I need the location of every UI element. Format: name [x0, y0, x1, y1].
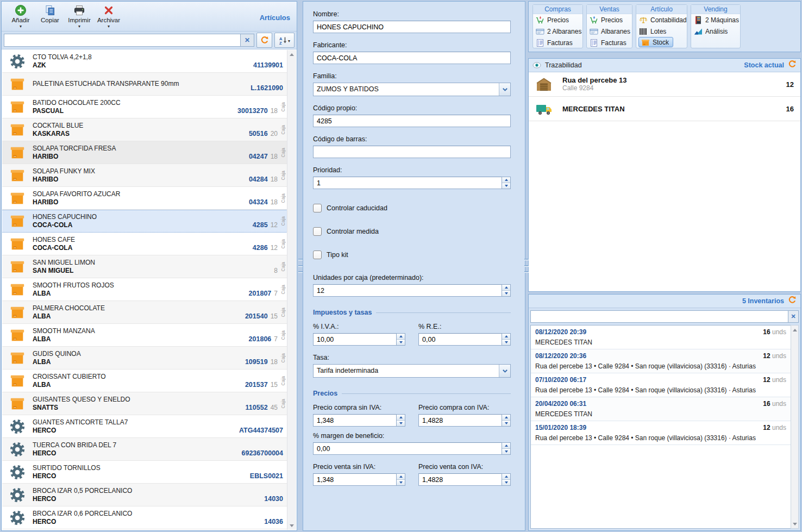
spin-up-button[interactable]	[502, 177, 510, 183]
nombre-field[interactable]	[313, 21, 511, 33]
articulo-lotes-button[interactable]: Lotes	[636, 26, 687, 37]
spin-up-button[interactable]	[397, 474, 405, 479]
stock-location-row[interactable]: MERCEDES TITAN 16	[529, 97, 800, 121]
precio-venta-sin-field[interactable]	[313, 473, 396, 486]
spin-up-button[interactable]	[502, 443, 510, 448]
precio-compra-con-field[interactable]	[418, 414, 502, 427]
spin-down-button[interactable]	[502, 420, 510, 426]
article-row[interactable]: GUISANTES QUESO Y ENELDO SNATTS 110552 4…	[2, 392, 287, 415]
articulo-contabilidad-button[interactable]: Contabilidad	[636, 14, 687, 26]
fabricante-field[interactable]	[313, 52, 511, 64]
checkbox-tipo-kit[interactable]: Tipo kit	[313, 251, 511, 259]
article-row[interactable]: BATIDO CHOCOLATE 200CC PASCUAL 30013270 …	[2, 96, 287, 118]
inventarios-title[interactable]: 5 Inventarios	[742, 297, 784, 305]
spin-down-button[interactable]	[502, 339, 510, 345]
codigo-propio-field[interactable]	[313, 115, 511, 127]
checkbox-controlar-caducidad[interactable]: Controlar caducidad	[313, 204, 511, 212]
archive-button[interactable]: Archivar ▾	[94, 4, 123, 28]
prioridad-field[interactable]	[313, 177, 502, 189]
spin-down-button[interactable]	[397, 479, 405, 485]
article-row[interactable]: GUDIS QUINOA ALBA 109519 18 Caja	[2, 347, 287, 370]
inventory-entry[interactable]: 20/04/2020 06:31 16 unds MERCEDES TITAN	[531, 397, 791, 421]
inventory-entry[interactable]: 07/10/2020 06:17 12 unds Rua del percebe…	[531, 373, 791, 397]
article-row[interactable]: BROCA IZAR 0,5 PORCELANICO HERCO 14030	[2, 484, 287, 506]
article-row[interactable]: SMOOTH MANZANA ALBA 201806 7 Caja	[2, 324, 287, 347]
copy-button[interactable]: Copiar ▾	[35, 4, 65, 28]
print-button[interactable]: Imprimir ▾	[65, 4, 94, 28]
article-list-scrollbar[interactable]	[287, 50, 296, 530]
spin-up-button[interactable]	[397, 415, 405, 420]
chevron-down-icon[interactable]	[499, 83, 510, 96]
spin-down-button[interactable]	[502, 183, 510, 189]
article-row[interactable]: PALMERA CHOCOLATE ALBA 201540 15 Caja	[2, 301, 287, 324]
splitter-grip-right[interactable]	[524, 259, 529, 273]
chevron-down-icon[interactable]	[499, 365, 510, 377]
article-row[interactable]: BROCA IZAR 0,6 PORCELANICO HERCO 14036	[2, 506, 287, 529]
familia-select[interactable]: ZUMOS Y BATIDOS	[313, 83, 511, 96]
inventarios-search-clear-button[interactable]: ✕	[788, 310, 799, 323]
article-row[interactable]: CTO TOLVA 4,2+1,8 AZK 41139901	[2, 50, 287, 73]
article-row[interactable]: CROISSANT CUBIERTO ALBA 201537 15 Caja	[2, 370, 287, 392]
article-row[interactable]: SURTIDO TORNILLOS HERCO EBLS0021	[2, 461, 287, 484]
scroll-down-arrow[interactable]	[287, 521, 296, 530]
article-row[interactable]: HONES CAFE COCA-COLA 4286 12 Caja	[2, 233, 287, 255]
ventas-precios-button[interactable]: Precios	[587, 14, 632, 26]
spin-up-button[interactable]	[502, 285, 510, 290]
vending-maquinas-button[interactable]: 2 Máquinas	[691, 14, 740, 26]
inventory-entry[interactable]: 08/12/2020 20:36 12 unds Rua del percebe…	[531, 349, 791, 373]
article-row[interactable]: COCKTAIL BLUE KASKARAS 50516 20 Caja	[2, 118, 287, 141]
article-row[interactable]: SOLAPA FAVORITO AZUCAR HARIBO 04324 18 C…	[2, 187, 287, 210]
precio-compra-sin-field[interactable]	[313, 414, 396, 427]
compras-precios-button[interactable]: Precios	[533, 14, 582, 26]
article-row[interactable]: SAN MIGUEL LIMON SAN MIGUEL 8 Caja	[2, 255, 287, 278]
compras-facturas-button[interactable]: Facturas	[533, 37, 582, 48]
article-row[interactable]: GUANTES ANTICORTE TALLA7 HERCO ATG443745…	[2, 415, 287, 438]
inventory-entry[interactable]: 08/12/2020 20:39 16 unds MERCEDES TITAN	[531, 326, 791, 349]
inventarios-refresh-button[interactable]	[788, 296, 797, 306]
spin-up-button[interactable]	[502, 334, 510, 339]
article-row[interactable]: SOLAPA TORCFIDA FRESA HARIBO 04247 18 Ca…	[2, 141, 287, 164]
stock-location-row[interactable]: Rua del percebe 13 Calle 9284 12	[529, 72, 800, 97]
spin-down-button[interactable]	[502, 448, 510, 454]
articles-refresh-button[interactable]	[256, 33, 272, 48]
print-caret-icon[interactable]: ▾	[78, 24, 80, 28]
re-field[interactable]	[418, 333, 502, 346]
inventory-list-scrollbar[interactable]	[791, 325, 799, 529]
stock-actual-label[interactable]: Stock actual	[744, 61, 784, 69]
add-caret-icon[interactable]: ▾	[20, 24, 22, 28]
add-button[interactable]: Añadir ▾	[6, 4, 35, 28]
articulo-stock-button[interactable]: Stock	[638, 37, 673, 47]
spin-down-button[interactable]	[397, 420, 405, 426]
article-row[interactable]: HONES CAPUCHINO COCA-COLA 4285 12 Caja	[2, 210, 287, 233]
inventory-entry[interactable]: 15/01/2020 18:39 12 unds Rua del percebe…	[531, 421, 791, 445]
articles-search-input[interactable]	[4, 34, 240, 47]
sort-button[interactable]: AZ ▾	[274, 33, 295, 48]
article-row[interactable]: TUERCA CON BRIDA DEL 7 HERCO 69236700004	[2, 438, 287, 461]
spin-down-button[interactable]	[397, 339, 405, 345]
inventarios-search-input[interactable]	[530, 310, 788, 323]
splitter-grip-left[interactable]	[298, 259, 303, 273]
scroll-down-arrow[interactable]	[791, 520, 798, 528]
ventas-albaranes-button[interactable]: Albaranes	[587, 26, 632, 37]
compras-albaranes-button[interactable]: 2 Albaranes	[533, 26, 582, 37]
article-row[interactable]: PALETINA ESTUCHADA TRANSPARANTE 90mm L.1…	[2, 73, 287, 96]
article-row[interactable]: SOLAPA FUNKY MIX HARIBO 04284 18 Caja	[2, 164, 287, 187]
precio-venta-con-field[interactable]	[418, 473, 502, 486]
scroll-up-arrow[interactable]	[287, 50, 296, 59]
tasa-select[interactable]: Tarifa indeterminada	[313, 364, 511, 378]
unidades-caja-field[interactable]	[313, 284, 502, 297]
spin-down-button[interactable]	[502, 479, 510, 485]
spin-up-button[interactable]	[502, 415, 510, 420]
article-row[interactable]: SMOOTH FRUTOS ROJOS ALBA 201807 7 Caja	[2, 278, 287, 301]
spin-down-button[interactable]	[502, 290, 510, 296]
spin-up-button[interactable]	[397, 334, 405, 339]
checkbox-controlar-medida[interactable]: Controlar medida	[313, 227, 511, 236]
iva-field[interactable]	[313, 333, 396, 346]
margen-field[interactable]	[313, 442, 502, 455]
search-clear-button[interactable]: ✕	[240, 34, 254, 47]
vending-analisis-button[interactable]: Análisis	[691, 26, 740, 37]
stock-refresh-button[interactable]	[788, 60, 797, 71]
spin-up-button[interactable]	[502, 474, 510, 479]
ventas-facturas-button[interactable]: Facturas	[587, 37, 632, 48]
codigo-barras-field[interactable]	[313, 146, 511, 158]
